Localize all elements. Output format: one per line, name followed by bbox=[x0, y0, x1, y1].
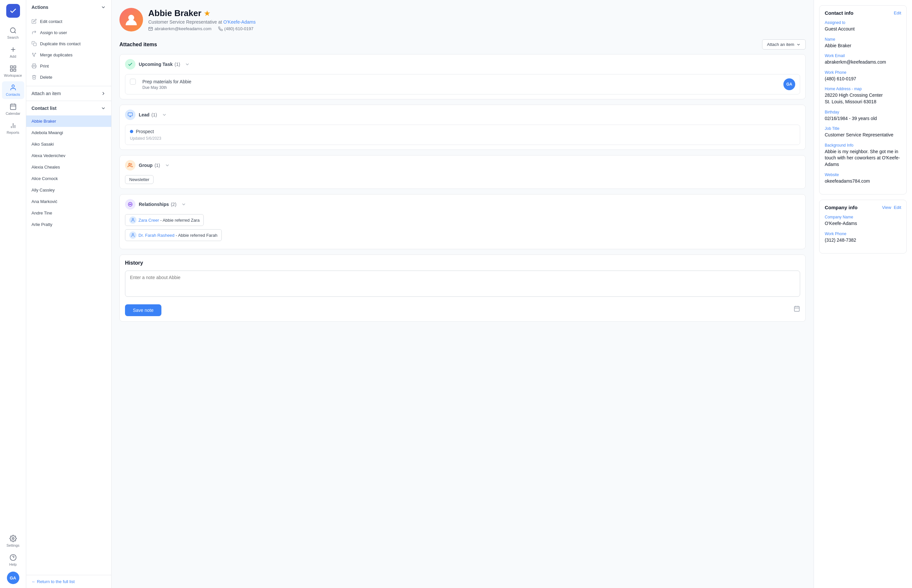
save-note-button[interactable]: Save note bbox=[125, 304, 162, 316]
action-merge[interactable]: Merge duplicates bbox=[26, 49, 111, 60]
contact-list-header: Contact list bbox=[26, 101, 111, 115]
profile-phone: (480) 610-0197 bbox=[218, 26, 254, 31]
svg-rect-7 bbox=[13, 69, 15, 71]
sidebar-item-help[interactable]: Help bbox=[2, 551, 24, 569]
contact-item-alice[interactable]: Alice Cornock bbox=[26, 173, 111, 184]
rel-name-link[interactable]: Dr. Farah Rasheed bbox=[138, 233, 175, 238]
sidebar-item-contacts[interactable]: Contacts bbox=[2, 81, 24, 99]
app-logo[interactable] bbox=[6, 4, 20, 18]
svg-point-16 bbox=[12, 538, 14, 540]
contact-item-andre[interactable]: Andre Tine bbox=[26, 207, 111, 219]
svg-point-30 bbox=[129, 204, 130, 205]
contact-item-arlie[interactable]: Arlie Pratty bbox=[26, 219, 111, 230]
lead-card-header[interactable]: Lead (1) bbox=[120, 105, 805, 124]
contact-item-abbie[interactable]: Abbie Braker bbox=[26, 115, 111, 127]
contact-item-aiko[interactable]: Aiko Sasaki bbox=[26, 138, 111, 150]
chevron-down-icon bbox=[101, 5, 106, 10]
lead-card: Lead (1) Prospect Updated 5/6/2023 bbox=[120, 105, 806, 150]
contact-item-ally[interactable]: Ally Cassley bbox=[26, 184, 111, 196]
name-field: Name Abbie Braker bbox=[825, 37, 901, 49]
sidebar-item-reports[interactable]: Reports bbox=[2, 120, 24, 137]
task-icon-circle bbox=[125, 59, 136, 69]
svg-point-22 bbox=[34, 56, 35, 57]
relationship-chips: Zara Creer - Abbie referred Zara Dr. Far… bbox=[120, 214, 805, 249]
company-view-link[interactable]: View bbox=[882, 205, 891, 210]
svg-rect-4 bbox=[10, 66, 12, 68]
task-assignee-avatar: GA bbox=[783, 78, 795, 90]
relationships-icon bbox=[128, 202, 133, 207]
sidebar-item-add[interactable]: Add bbox=[2, 43, 24, 61]
svg-point-29 bbox=[129, 163, 130, 165]
sidebar-item-search[interactable]: Search bbox=[2, 24, 24, 42]
pencil-icon bbox=[31, 19, 37, 24]
group-icon-circle bbox=[125, 160, 136, 171]
action-delete[interactable]: Delete bbox=[26, 71, 111, 82]
task-card-header[interactable]: Upcoming Task (1) bbox=[120, 55, 805, 74]
task-checkbox[interactable] bbox=[130, 79, 136, 85]
contact-info-edit[interactable]: Edit bbox=[894, 10, 901, 15]
contact-info-fields: Assigned to Guest Account Name Abbie Bra… bbox=[820, 20, 906, 194]
lead-item: Prospect Updated 5/6/2023 bbox=[125, 124, 800, 145]
chevron-right-icon bbox=[101, 91, 106, 96]
attached-items-section: Attached items Attach an item Upcoming T… bbox=[120, 39, 806, 249]
calendar-icon[interactable] bbox=[794, 305, 800, 312]
svg-rect-19 bbox=[34, 43, 36, 46]
rel-name-link[interactable]: Zara Creer bbox=[138, 218, 159, 223]
relationships-card: Relationships (2) Zara Creer - Abbie ref… bbox=[120, 194, 806, 249]
attach-item-button[interactable]: Attach an item bbox=[762, 39, 806, 50]
rel-person-icon bbox=[129, 216, 136, 224]
email-icon bbox=[148, 27, 153, 31]
sidebar-item-workspace[interactable]: Workspace bbox=[2, 62, 24, 80]
contact-item-alexia[interactable]: Alexia Cheales bbox=[26, 162, 111, 173]
profile-role: Customer Service Representative at O'Kee… bbox=[148, 19, 255, 24]
action-assign[interactable]: Assign to user bbox=[26, 27, 111, 38]
group-card-header[interactable]: Group (1) bbox=[120, 155, 805, 175]
left-navigation: Search Add Workspace Contacts Calendar R… bbox=[0, 0, 26, 588]
check-circle-icon bbox=[128, 61, 133, 67]
svg-point-31 bbox=[131, 204, 131, 205]
star-icon[interactable]: ★ bbox=[204, 10, 210, 18]
sidebar-item-settings[interactable]: Settings bbox=[2, 532, 24, 550]
action-duplicate[interactable]: Duplicate this contact bbox=[26, 38, 111, 49]
actions-section: Actions Edit contact Assign to user Dupl… bbox=[26, 0, 111, 86]
contact-info-header: Contact info Edit bbox=[820, 6, 906, 20]
home-address-field: Home Address - map 28220 High Crossing C… bbox=[825, 87, 901, 105]
history-section: History Save note bbox=[120, 255, 806, 322]
contact-item-adebola[interactable]: Adebola Mwangi bbox=[26, 127, 111, 138]
company-info-card: Company info View Edit Company Name O'Ke… bbox=[819, 200, 907, 254]
contact-item-ana[interactable]: Ana Marković bbox=[26, 196, 111, 207]
attach-item-sidebar[interactable]: Attach an item bbox=[26, 86, 111, 101]
rel-zara[interactable]: Zara Creer - Abbie referred Zara bbox=[125, 214, 204, 226]
history-title: History bbox=[125, 260, 800, 266]
attached-items-header: Attached items Attach an item bbox=[120, 39, 806, 50]
action-edit[interactable]: Edit contact bbox=[26, 16, 111, 27]
lead-dot bbox=[130, 130, 133, 133]
merge-icon bbox=[31, 52, 37, 57]
relationships-icon-circle bbox=[125, 199, 136, 210]
map-link[interactable]: map bbox=[854, 87, 862, 91]
company-phone-field: Work Phone (312) 248-7382 bbox=[825, 231, 901, 244]
company-link[interactable]: O'Keefe-Adams bbox=[223, 19, 255, 24]
relationships-card-header[interactable]: Relationships (2) bbox=[120, 194, 805, 214]
company-info-header: Company info View Edit bbox=[820, 200, 906, 215]
actions-list: Edit contact Assign to user Duplicate th… bbox=[26, 15, 111, 86]
company-edit-link[interactable]: Edit bbox=[894, 205, 901, 210]
rel-farah[interactable]: Dr. Farah Rasheed - Abbie referred Farah bbox=[125, 229, 222, 241]
profile-email: abrakerkm@keefeadams.com bbox=[148, 26, 212, 31]
profile-name: Abbie Braker ★ bbox=[148, 8, 255, 18]
group-newsletter-tag[interactable]: Newsletter bbox=[125, 175, 154, 184]
action-print[interactable]: Print bbox=[26, 60, 111, 71]
note-input[interactable] bbox=[125, 271, 800, 297]
printer-icon bbox=[31, 63, 37, 69]
contact-item-alexa[interactable]: Alexa Vedenichev bbox=[26, 150, 111, 162]
user-avatar[interactable]: GA bbox=[7, 572, 19, 584]
svg-line-1 bbox=[15, 32, 16, 33]
job-title-field: Job Title Customer Service Representativ… bbox=[825, 126, 901, 138]
lead-icon-circle bbox=[125, 110, 136, 120]
birthday-field: Birthday 02/16/1984 - 39 years old bbox=[825, 110, 901, 122]
return-to-full-list[interactable]: ← Return to the full list bbox=[26, 575, 111, 588]
sidebar-item-calendar[interactable]: Calendar bbox=[2, 100, 24, 118]
svg-point-0 bbox=[10, 28, 15, 33]
avatar bbox=[120, 8, 143, 31]
actions-header[interactable]: Actions bbox=[26, 0, 111, 15]
